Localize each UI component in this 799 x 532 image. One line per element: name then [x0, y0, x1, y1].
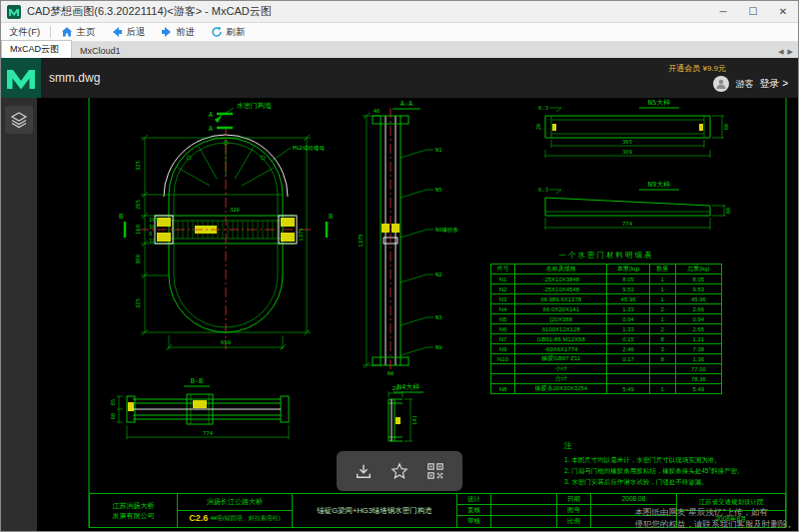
table-cell: GB91-86 M12X58: [515, 334, 607, 344]
sign-label: 复核: [457, 505, 491, 515]
table-cell: N5: [491, 314, 515, 324]
table-cell: 1.21: [675, 334, 721, 344]
title-bar: CAD梦想画图(6.3.20221114)<游客> - MxCAD云图 ─ ☐ …: [1, 1, 798, 23]
menu-refresh-label: 刷新: [226, 26, 245, 39]
table-row: N3δ6 989.6X137845.96145.96: [491, 294, 722, 304]
table-cell: 1: [649, 294, 675, 304]
tab-scroll-left[interactable]: ◀: [778, 48, 783, 56]
table-cell: 78.36: [675, 374, 721, 384]
section-aa-view: A-A N1 N5 N8橡胶条 N2 N3 N9: [358, 100, 459, 376]
table-cell: 9.53: [607, 284, 649, 294]
dim-label: 46: [374, 108, 381, 114]
dim-label: 320: [230, 207, 240, 213]
menu-file[interactable]: 文件(F): [1, 23, 48, 41]
watermark-line2: 侵犯您的权益，请联系我们客服及时删除。: [635, 519, 797, 531]
section-marker-a: A: [209, 111, 214, 119]
tab-scroll-right[interactable]: ▶: [788, 48, 793, 56]
login-button[interactable]: 登录 >: [759, 77, 788, 91]
section-marker-a: A: [209, 125, 214, 133]
table-cell: δ6 989.6X1378: [515, 294, 607, 304]
table-header-row: 件号 名称及规格 单重(kg) 数量 总重(kg): [491, 265, 722, 274]
download-icon: [355, 462, 373, 480]
promo-text[interactable]: 开通会员 ¥9.9元: [668, 63, 726, 74]
table-cell: 2.46: [607, 344, 649, 354]
detail-n4-view: N4大样 141 20: [389, 383, 423, 441]
qrcode-button[interactable]: [426, 462, 444, 480]
maximize-button[interactable]: ☐: [738, 1, 768, 22]
table-row: N1-25X10X38488.0518.05: [491, 274, 722, 284]
section-marker-b: B: [119, 213, 123, 221]
dim-label: 650: [221, 339, 231, 345]
meta-label: 图号: [557, 505, 591, 515]
section-bb-view: B-B 774 65 60: [110, 377, 289, 439]
table-cell: N6: [491, 324, 515, 334]
notes-body: 1. 本图尺寸均以毫米计，水密门尺寸以现场实测为准。2. 门扇与门框间橡胶条用胶…: [564, 454, 782, 487]
table-cell: -25X10X3848: [515, 274, 607, 284]
dim-label: 389: [622, 149, 632, 155]
table-cell: 2.65: [675, 324, 721, 334]
table-row: N8橡胶条20X30X32545.4915.49: [491, 384, 722, 394]
tab-nav: ◀ ▶: [778, 48, 798, 58]
dim-label: 12: [149, 238, 156, 244]
download-button[interactable]: [355, 462, 373, 480]
drawing-canvas[interactable]: 325 265 160 300 325 105 10 8 12 320 650 …: [37, 98, 799, 532]
table-cell: 8.05: [607, 274, 649, 284]
menu-back[interactable]: 后退: [103, 23, 153, 41]
meta-value: 2008.08: [591, 494, 676, 504]
table-cell: 橡胶条20X30X3254: [515, 384, 607, 394]
table-cell: 2.66: [675, 304, 721, 314]
view-title-n5: N5大样: [648, 99, 670, 107]
dim-label: 60: [723, 124, 729, 131]
tab-mxcloud1[interactable]: MxCloud1: [72, 44, 133, 58]
favorite-button[interactable]: [391, 462, 408, 480]
dim-label: 1375: [298, 228, 304, 241]
table-cell: 7.38: [675, 344, 721, 354]
titleblock-project: 润扬长江公路大桥 C2.6 4#塔(锚固塔、斜拉索塔柱): [178, 494, 293, 527]
weld-label: 6.3: [538, 187, 548, 193]
avatar[interactable]: [713, 76, 729, 92]
menu-back-label: 后退: [126, 26, 145, 39]
meta-label: 日期: [557, 494, 591, 504]
menu-bar: 文件(F) 主页 后退 前进 刷新: [1, 23, 798, 42]
table-header: 总重(kg): [675, 265, 721, 274]
menu-home[interactable]: 主页: [53, 23, 103, 41]
layers-button[interactable]: [5, 106, 33, 134]
dim-label: 60: [725, 208, 731, 215]
titleblock-sheet-title: 锚碇G梁间+HG3锚塔钢水密门构造: [293, 494, 457, 527]
sign-label: 设计: [457, 494, 491, 504]
dim-label: 20: [535, 124, 541, 131]
dim-label: 1375: [358, 234, 364, 247]
meta-label: 比例: [557, 516, 591, 527]
table-cell: δ100X12X128: [515, 324, 607, 334]
table-cell: 45.96: [675, 294, 721, 304]
filename-tab[interactable]: smm.dwg: [49, 58, 100, 98]
table-cell: N9: [491, 344, 515, 354]
close-button[interactable]: ✕: [768, 1, 798, 22]
table-row: 合计78.36: [491, 374, 722, 384]
minimize-button[interactable]: ─: [708, 1, 738, 22]
leader-label: N2: [435, 271, 442, 277]
table-cell: 45.96: [607, 294, 649, 304]
menu-forward-label: 前进: [176, 26, 195, 39]
menu-refresh[interactable]: 刷新: [203, 23, 253, 41]
table-cell: 2: [649, 324, 675, 334]
table-cell: 1: [649, 314, 675, 324]
table-row: N7GB91-86 M12X580.1581.21: [491, 334, 722, 344]
layers-icon: [10, 111, 28, 129]
table-cell: 1: [649, 274, 675, 284]
tab-mxcad-cloud[interactable]: MxCAD云图: [1, 40, 72, 58]
project-code-row: C2.6 4#塔(锚固塔、斜拉索塔柱): [178, 511, 292, 528]
table-cell: 1.33: [607, 324, 649, 334]
detail-n5-view: N5大样 6.3 365 389 60 20: [535, 99, 729, 158]
menu-forward[interactable]: 前进: [153, 23, 203, 41]
dim-label: 20: [393, 385, 400, 391]
leader-label: N1: [435, 147, 442, 153]
dim-label: 105: [149, 217, 159, 223]
section-marker-b: B: [329, 213, 333, 221]
dim-label: 10: [149, 224, 156, 230]
qrcode-icon: [426, 462, 444, 480]
table-cell: 8.05: [675, 274, 721, 284]
table-row: N2-25X10X45489.5319.53: [491, 284, 722, 294]
sign-value: [491, 516, 556, 527]
leader-label: N9: [435, 344, 442, 350]
